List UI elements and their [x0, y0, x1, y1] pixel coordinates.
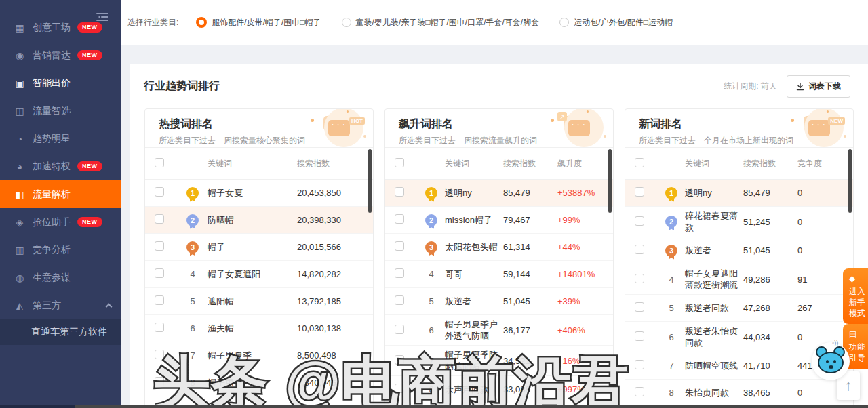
radio-icon[interactable]: [196, 17, 207, 28]
row-checkbox[interactable]: [395, 214, 404, 224]
rank-number: 6: [669, 332, 673, 342]
row-checkbox[interactable]: [635, 274, 644, 283]
column-header: 竞争度: [797, 158, 853, 169]
table-row[interactable]: 2碎花裙春夏薄款51,2450: [625, 207, 853, 237]
table-row[interactable]: 1帽子女夏20,453,850: [145, 180, 373, 207]
stat-period-label: 统计周期: 前天: [724, 81, 777, 92]
table-row[interactable]: 4哥哥59,144+14801%: [385, 261, 613, 288]
card-subtitle: 所选类目下过去一个月在市场上新出现的词: [639, 135, 842, 146]
industry-category-radio-3[interactable]: 运动包/户外包/配件□运动帽: [559, 17, 673, 28]
table-row[interactable]: 1透明ny85,479+53887%: [385, 180, 613, 207]
row-checkbox[interactable]: [635, 360, 644, 369]
table-row[interactable]: 2mission帽子79,467+99%: [385, 207, 613, 234]
sidebar-item-label: 流量智选: [33, 105, 71, 117]
table-row[interactable]: 2防晒帽20,398,330: [145, 207, 373, 234]
table-row[interactable]: 6渔夫帽10,030,138: [145, 315, 373, 342]
industry-category-radio-2[interactable]: 童装/婴儿装/亲子装□帽子/围巾/口罩/手套/耳套/脚套: [342, 17, 540, 28]
download-icon: [796, 83, 804, 91]
row-checkbox[interactable]: [635, 187, 644, 197]
row-checkbox[interactable]: [395, 241, 404, 251]
horizontal-scrollbar[interactable]: [75, 405, 868, 408]
row-checkbox[interactable]: [635, 331, 644, 341]
table-row[interactable]: 4帽子女夏遮阳14,820,282: [145, 261, 373, 288]
column-header: 搜索指数: [503, 158, 557, 169]
card-header: HOT 热搜词排名 所选类目下过去一周搜索量核心聚集的词: [145, 109, 373, 148]
sidebar-item-competition-analysis[interactable]: ▥竞争分析: [0, 236, 121, 264]
factory-icon: ▦: [14, 22, 26, 33]
table-row[interactable]: 1透明ny85,4790: [625, 180, 853, 207]
table-row[interactable]: 5叛逆者同款47,268267: [625, 295, 853, 322]
table-row[interactable]: 3太阳花包头帽61,314+44%: [385, 234, 613, 261]
rank-medal-3: 3: [665, 245, 677, 257]
row-checkbox[interactable]: [395, 325, 404, 334]
sidebar-item-speed-privilege[interactable]: ◕加速特权NEW: [0, 152, 121, 180]
search-index-cell: 47,268: [743, 303, 797, 313]
sidebar-item-trend-star[interactable]: ◔趋势明星: [0, 125, 121, 152]
sidebar-item-label: 趋势明星: [33, 133, 71, 145]
table-row[interactable]: 5叛逆者51,045+39%: [385, 288, 613, 315]
select-all-checkbox[interactable]: [395, 158, 404, 167]
row-checkbox[interactable]: [155, 323, 164, 332]
sidebar-collapse-icon[interactable]: [96, 11, 108, 23]
row-checkbox[interactable]: [635, 245, 644, 254]
sidebar-item-business-advisor[interactable]: ◍生意参谋: [0, 264, 121, 291]
sidebar-item-third-party[interactable]: ◭第三方: [0, 291, 121, 319]
sidebar-item-traffic-smart-select[interactable]: ◫流量智选: [0, 97, 121, 125]
keyword-cell: 哥哥: [445, 268, 503, 280]
sidebar-nav: ▦创意工场NEW◉营销雷达NEW▣智能出价◫流量智选◔趋势明星◕加速特权NEW◧…: [0, 0, 121, 319]
row-checkbox[interactable]: [155, 295, 164, 305]
mascot-customer-service[interactable]: ◦)): [812, 341, 850, 382]
card-vertical-scrollbar[interactable]: [848, 149, 852, 213]
column-header: 搜索指数: [743, 158, 797, 169]
chat-bubble-icon: [808, 120, 830, 136]
extra-metric-cell: +39%: [557, 296, 613, 306]
assistant-icon: ◈: [14, 217, 26, 228]
third-party-icon: ◭: [14, 300, 26, 311]
rank-number: 7: [669, 361, 673, 371]
sidebar-subitem-ztc-third-party[interactable]: 直通车第三方软件: [0, 319, 121, 345]
row-checkbox[interactable]: [395, 295, 404, 305]
row-checkbox[interactable]: [155, 214, 164, 224]
radio-icon[interactable]: [342, 18, 351, 27]
table-header-row: 关键词搜索指数: [145, 148, 373, 180]
row-checkbox[interactable]: [635, 302, 644, 312]
sidebar-item-position-assistant[interactable]: ◈抢位助手NEW: [0, 208, 121, 236]
search-index-cell: 51,245: [743, 217, 797, 227]
row-checkbox[interactable]: [395, 268, 404, 278]
table-row[interactable]: 3叛逆者51,0450: [625, 237, 853, 264]
table-row[interactable]: 3帽子20,015,566: [145, 234, 373, 261]
table-row[interactable]: 6帽子男夏季户外透气防晒36,177+406%: [385, 315, 613, 346]
extra-metric-cell: 0: [797, 188, 853, 198]
row-checkbox[interactable]: [155, 187, 164, 197]
chat-bubble-icon: [568, 120, 590, 136]
row-checkbox[interactable]: [155, 268, 164, 278]
row-checkbox[interactable]: [395, 187, 404, 197]
row-checkbox[interactable]: [155, 241, 164, 251]
download-wordlist-button[interactable]: 词表下载: [787, 75, 850, 98]
extra-metric-cell: +53887%: [557, 188, 613, 198]
industry-category-radio-1[interactable]: 服饰配件/皮带/帽子/围巾□帽子: [196, 17, 321, 28]
card-vertical-scrollbar[interactable]: [368, 149, 372, 213]
page-title: 行业趋势词排行: [144, 79, 724, 94]
search-index-cell: 49,286: [743, 274, 797, 285]
chevron-up-icon: [106, 304, 113, 310]
select-all-checkbox[interactable]: [155, 158, 164, 167]
row-checkbox[interactable]: [635, 216, 644, 226]
card-vertical-scrollbar[interactable]: [608, 149, 612, 213]
sidebar-item-traffic-analysis[interactable]: ◧流量解析: [0, 180, 121, 208]
select-all-checkbox[interactable]: [635, 158, 644, 167]
table-row[interactable]: 4帽子女夏遮阳薄款逛街潮流49,28691: [625, 264, 853, 295]
keyword-cell: 帽子女夏: [208, 187, 297, 199]
row-checkbox[interactable]: [635, 387, 644, 396]
keyword-cell: 帽子: [208, 241, 297, 253]
newbie-mode-label: 进入新手模式: [849, 287, 865, 318]
radio-label: 服饰配件/皮带/帽子/围巾□帽子: [212, 17, 321, 28]
rank-number: 5: [190, 296, 195, 306]
table-row[interactable]: 8朱怡贞同款38,4650: [625, 380, 853, 407]
table-row[interactable]: 5遮阳帽13,792,185: [145, 288, 373, 315]
sidebar-item-smart-bidding[interactable]: ▣智能出价: [0, 69, 121, 97]
sidebar-item-marketing-radar[interactable]: ◉营销雷达NEW: [0, 41, 121, 69]
feature-guide-label: 功能引导: [849, 342, 865, 363]
radio-icon[interactable]: [559, 18, 569, 27]
newbie-mode-widget[interactable]: ◆ 进入新手模式: [843, 268, 868, 324]
